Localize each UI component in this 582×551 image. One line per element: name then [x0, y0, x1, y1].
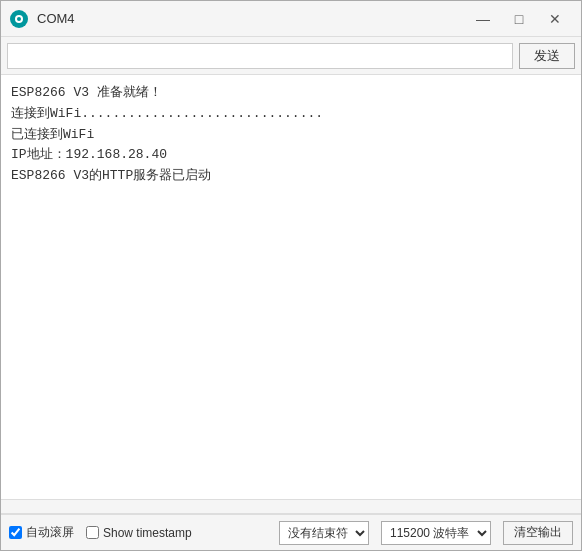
svg-point-2: [17, 17, 21, 21]
window-title: COM4: [37, 11, 465, 26]
timestamp-checkbox[interactable]: [86, 526, 99, 539]
status-bar: 自动滚屏 Show timestamp 没有结束符换行回车换行+回车 30012…: [1, 514, 581, 550]
line-ending-select[interactable]: 没有结束符换行回车换行+回车: [279, 521, 369, 545]
serial-output: ESP8266 V3 准备就绪！连接到WiFi.................…: [1, 75, 581, 500]
close-button[interactable]: ✕: [537, 1, 573, 37]
autoscroll-checkbox-group[interactable]: 自动滚屏: [9, 524, 74, 541]
toolbar: 发送: [1, 37, 581, 75]
serial-input[interactable]: [7, 43, 513, 69]
output-line: 连接到WiFi...............................: [11, 104, 571, 125]
output-line: ESP8266 V3的HTTP服务器已启动: [11, 166, 571, 187]
horizontal-scrollbar[interactable]: [1, 500, 581, 514]
minimize-button[interactable]: —: [465, 1, 501, 37]
timestamp-checkbox-group[interactable]: Show timestamp: [86, 526, 192, 540]
autoscroll-checkbox[interactable]: [9, 526, 22, 539]
clear-output-button[interactable]: 清空输出: [503, 521, 573, 545]
window-controls: — □ ✕: [465, 1, 573, 37]
autoscroll-label: 自动滚屏: [26, 524, 74, 541]
main-window: COM4 — □ ✕ 发送 ESP8266 V3 准备就绪！连接到WiFi...…: [0, 0, 582, 551]
output-line: ESP8266 V3 准备就绪！: [11, 83, 571, 104]
output-line: 已连接到WiFi: [11, 125, 571, 146]
maximize-button[interactable]: □: [501, 1, 537, 37]
app-icon: [9, 9, 29, 29]
baud-rate-select[interactable]: 3001200240048009600192003840057600748801…: [381, 521, 491, 545]
timestamp-label: Show timestamp: [103, 526, 192, 540]
send-button[interactable]: 发送: [519, 43, 575, 69]
title-bar: COM4 — □ ✕: [1, 1, 581, 37]
output-line: IP地址：192.168.28.40: [11, 145, 571, 166]
